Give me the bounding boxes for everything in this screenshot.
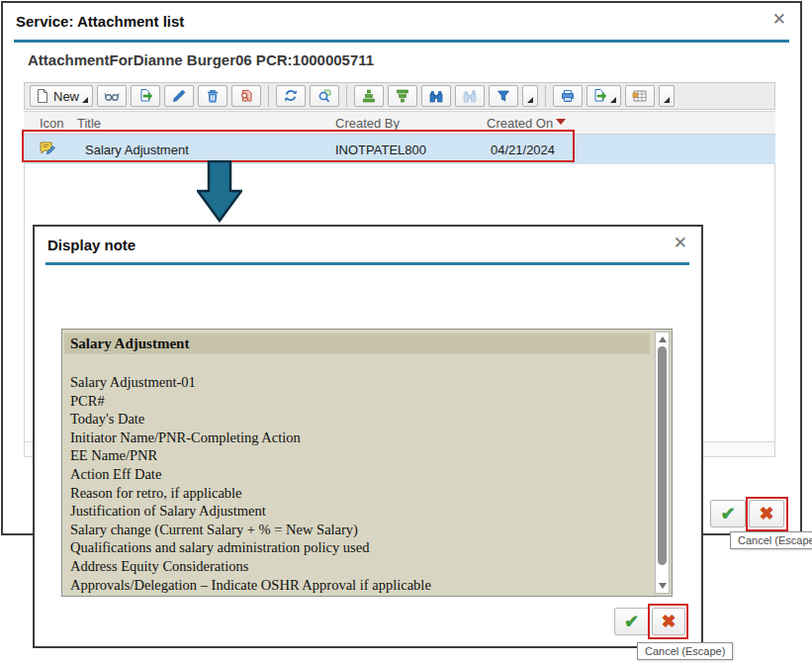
search-button[interactable]: [310, 85, 339, 107]
note-line: PCR#: [70, 392, 646, 411]
confirm-button[interactable]: ✔: [614, 608, 649, 635]
display-note-dialog: Display note ✕ Salary Adjustment Salary …: [33, 225, 703, 648]
table-settings-button[interactable]: [625, 85, 655, 107]
attachment-toolbar: New: [24, 82, 775, 110]
delete-button[interactable]: [198, 85, 227, 107]
new-document-icon: [35, 88, 50, 104]
title-divider: [14, 40, 789, 43]
cancel-tooltip: Cancel (Escape): [637, 642, 733, 660]
scroll-up-icon[interactable]: [659, 336, 667, 342]
sort-descending-icon: [395, 88, 410, 104]
glasses-icon: [104, 88, 120, 104]
sort-ascending-button[interactable]: [354, 85, 384, 107]
annotation-row-highlight: [22, 130, 575, 162]
table-grid-icon: [632, 88, 648, 104]
note-line: Reason for retro, if applicable: [70, 484, 646, 503]
display-version-button[interactable]: [231, 85, 261, 107]
column-header-title[interactable]: Title: [77, 116, 101, 131]
annotation-down-arrow: [197, 160, 242, 223]
filter-menu-button[interactable]: [522, 85, 538, 107]
toolbar-separator: [268, 85, 269, 107]
note-line: Approvals/Delegation – Indicate OSHR App…: [70, 576, 646, 595]
trash-icon: [205, 88, 221, 104]
print-button[interactable]: [553, 85, 583, 107]
column-header-created-on[interactable]: Created On: [487, 116, 553, 131]
new-button[interactable]: New: [30, 85, 93, 107]
note-line: Address Equity Considerations: [70, 557, 646, 576]
document-magnifier-red-icon: [238, 88, 254, 104]
column-header-icon[interactable]: Icon: [40, 116, 64, 131]
table-settings-menu-button[interactable]: [659, 85, 675, 107]
document-export-icon: [137, 88, 153, 104]
filter-button[interactable]: [489, 85, 518, 107]
cancel-tooltip: Cancel (Escape): [730, 531, 812, 549]
sort-descending-indicator-icon[interactable]: [556, 119, 566, 125]
attachment-heading: AttachmentForDianne Burger06 PCR:1000005…: [28, 51, 374, 68]
note-line: EE Name/PNR: [70, 446, 646, 465]
scrollbar-thumb[interactable]: [658, 346, 667, 565]
dropdown-corner-icon: [664, 97, 670, 103]
annotation-cancel-highlight: [746, 497, 788, 531]
sort-descending-button[interactable]: [388, 85, 417, 107]
find-next-button[interactable]: [455, 85, 485, 107]
refresh-button[interactable]: [276, 85, 306, 107]
note-line: Salary change (Current Salary + % = New …: [70, 521, 646, 539]
printer-icon: [560, 88, 576, 104]
sort-ascending-icon: [361, 88, 377, 104]
pencil-icon: [171, 88, 187, 104]
column-header-created-by[interactable]: Created By: [335, 116, 400, 131]
copy-attachment-button[interactable]: [131, 85, 160, 107]
title-divider: [45, 262, 689, 265]
dialog-title: Service: Attachment list: [16, 13, 184, 30]
dropdown-corner-icon: [527, 97, 533, 103]
note-header: Salary Adjustment: [64, 333, 650, 354]
export-button[interactable]: [586, 85, 621, 107]
edit-button[interactable]: [164, 85, 194, 107]
find-button[interactable]: [421, 85, 451, 107]
vertical-scrollbar[interactable]: [655, 332, 670, 594]
note-body-text: Salary Adjustment-01 PCR# Today's Date I…: [70, 373, 646, 594]
binoculars-icon: [428, 88, 444, 104]
note-line: Justification of Salary Adjustment: [70, 502, 646, 521]
note-line: Today's Date: [70, 410, 646, 428]
binoculars-disabled-icon: [462, 88, 478, 104]
toolbar-separator: [346, 85, 347, 107]
note-line: Initiator Name/PNR-Completing Action: [70, 428, 646, 447]
note-line: Salary Adjustment-01: [70, 373, 646, 392]
annotation-cancel-highlight: [648, 604, 688, 639]
display-note-title: Display note: [47, 237, 135, 253]
filter-icon: [496, 88, 511, 104]
confirm-button[interactable]: ✔: [710, 500, 746, 527]
magnifier-document-icon: [316, 88, 332, 104]
close-icon[interactable]: ✕: [674, 235, 687, 251]
close-icon[interactable]: ✕: [772, 11, 786, 28]
dropdown-corner-icon: [610, 97, 616, 103]
toolbar-separator: [545, 85, 546, 107]
note-line: Action Eff Date: [70, 465, 646, 484]
note-line: Qualifications and salary administration…: [70, 538, 646, 557]
refresh-icon: [283, 88, 299, 104]
display-attachment-button[interactable]: [97, 85, 127, 107]
note-content-box: Salary Adjustment Salary Adjustment-01 P…: [61, 329, 673, 597]
screenshot-canvas: Service: Attachment list ✕ AttachmentFor…: [0, 0, 812, 666]
document-export-icon: [591, 88, 607, 104]
new-button-label: New: [53, 89, 79, 104]
scroll-down-icon[interactable]: [659, 583, 667, 589]
dropdown-corner-icon: [82, 97, 88, 103]
